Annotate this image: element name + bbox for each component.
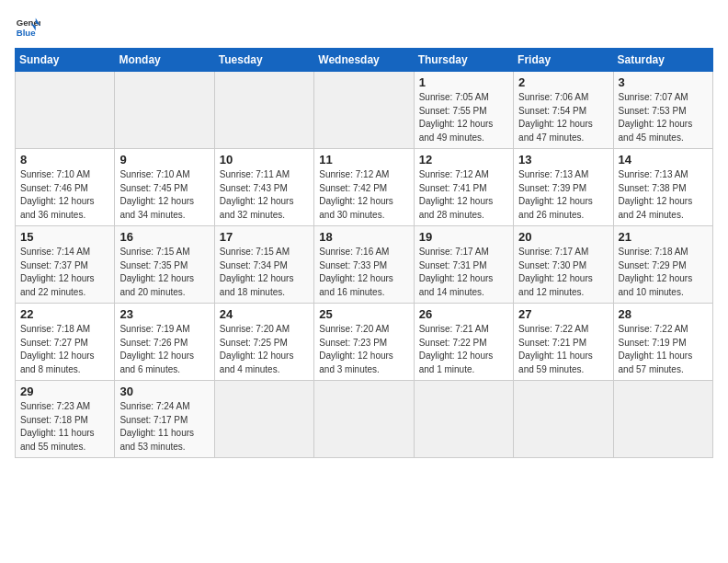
calendar-day-cell — [314, 72, 414, 149]
calendar-week-row: 29Sunrise: 7:23 AMSunset: 7:18 PMDayligh… — [16, 381, 713, 458]
day-header-friday: Friday — [514, 49, 613, 72]
day-info: Sunrise: 7:20 AMSunset: 7:25 PMDaylight:… — [220, 323, 309, 376]
calendar-day-cell: 23Sunrise: 7:19 AMSunset: 7:26 PMDayligh… — [115, 304, 214, 381]
day-info: Sunrise: 7:12 AMSunset: 7:41 PMDaylight:… — [419, 168, 508, 222]
calendar-day-cell — [214, 381, 313, 458]
day-number: 19 — [419, 230, 508, 244]
day-info: Sunrise: 7:21 AMSunset: 7:22 PMDaylight:… — [419, 323, 508, 376]
day-number: 25 — [319, 307, 408, 321]
day-info: Sunrise: 7:16 AMSunset: 7:33 PMDaylight:… — [319, 246, 408, 299]
day-number: 2 — [518, 75, 608, 89]
calendar-day-cell: 20Sunrise: 7:17 AMSunset: 7:30 PMDayligh… — [514, 226, 613, 304]
calendar-day-cell: 9Sunrise: 7:10 AMSunset: 7:45 PMDaylight… — [115, 149, 214, 226]
day-number: 16 — [119, 230, 209, 244]
calendar-day-cell — [214, 72, 313, 149]
calendar-day-cell: 15Sunrise: 7:14 AMSunset: 7:37 PMDayligh… — [16, 226, 115, 304]
day-number: 18 — [319, 230, 408, 244]
day-header-saturday: Saturday — [613, 49, 712, 72]
calendar-day-cell: 24Sunrise: 7:20 AMSunset: 7:25 PMDayligh… — [214, 304, 313, 381]
calendar-table: SundayMondayTuesdayWednesdayThursdayFrid… — [15, 48, 713, 458]
svg-text:Blue: Blue — [17, 28, 36, 38]
calendar-day-cell: 27Sunrise: 7:22 AMSunset: 7:21 PMDayligh… — [514, 304, 613, 381]
calendar-week-row: 22Sunrise: 7:18 AMSunset: 7:27 PMDayligh… — [16, 304, 713, 381]
page-header: General Blue — [15, 15, 713, 40]
day-info: Sunrise: 7:17 AMSunset: 7:31 PMDaylight:… — [419, 246, 508, 299]
day-number: 20 — [518, 230, 608, 244]
calendar-day-cell: 14Sunrise: 7:13 AMSunset: 7:38 PMDayligh… — [613, 149, 712, 226]
calendar-week-row: 8Sunrise: 7:10 AMSunset: 7:46 PMDaylight… — [16, 149, 713, 226]
day-number: 11 — [319, 153, 408, 167]
calendar-day-cell: 29Sunrise: 7:23 AMSunset: 7:18 PMDayligh… — [16, 381, 115, 458]
calendar-day-cell: 16Sunrise: 7:15 AMSunset: 7:35 PMDayligh… — [115, 226, 214, 304]
day-number: 10 — [220, 153, 309, 167]
calendar-day-cell: 3Sunrise: 7:07 AMSunset: 7:53 PMDaylight… — [613, 72, 712, 149]
day-info: Sunrise: 7:06 AMSunset: 7:54 PMDaylight:… — [518, 91, 608, 144]
day-header-wednesday: Wednesday — [314, 49, 414, 72]
calendar-day-cell: 30Sunrise: 7:24 AMSunset: 7:17 PMDayligh… — [115, 381, 214, 458]
calendar-day-cell: 18Sunrise: 7:16 AMSunset: 7:33 PMDayligh… — [314, 226, 414, 304]
calendar-day-cell: 12Sunrise: 7:12 AMSunset: 7:41 PMDayligh… — [414, 149, 513, 226]
calendar-day-cell: 17Sunrise: 7:15 AMSunset: 7:34 PMDayligh… — [214, 226, 313, 304]
calendar-day-cell: 25Sunrise: 7:20 AMSunset: 7:23 PMDayligh… — [314, 304, 414, 381]
day-info: Sunrise: 7:15 AMSunset: 7:34 PMDaylight:… — [220, 246, 309, 299]
logo: General Blue — [15, 15, 40, 40]
day-header-monday: Monday — [115, 49, 214, 72]
calendar-day-cell: 22Sunrise: 7:18 AMSunset: 7:27 PMDayligh… — [16, 304, 115, 381]
calendar-day-cell — [115, 72, 214, 149]
day-number: 24 — [220, 307, 309, 321]
day-header-thursday: Thursday — [414, 49, 513, 72]
day-number: 9 — [119, 153, 209, 167]
day-info: Sunrise: 7:22 AMSunset: 7:19 PMDaylight:… — [619, 323, 708, 376]
day-number: 14 — [619, 153, 708, 167]
day-number: 13 — [518, 153, 608, 167]
day-info: Sunrise: 7:14 AMSunset: 7:37 PMDaylight:… — [20, 246, 109, 299]
day-number: 29 — [20, 385, 109, 398]
calendar-week-row: 1Sunrise: 7:05 AMSunset: 7:55 PMDaylight… — [16, 72, 713, 149]
calendar-day-cell: 21Sunrise: 7:18 AMSunset: 7:29 PMDayligh… — [613, 226, 712, 304]
calendar-week-row: 15Sunrise: 7:14 AMSunset: 7:37 PMDayligh… — [16, 226, 713, 304]
day-info: Sunrise: 7:10 AMSunset: 7:46 PMDaylight:… — [20, 168, 109, 222]
calendar-day-cell: 1Sunrise: 7:05 AMSunset: 7:55 PMDaylight… — [414, 72, 513, 149]
day-number: 28 — [619, 307, 708, 321]
calendar-day-cell: 13Sunrise: 7:13 AMSunset: 7:39 PMDayligh… — [514, 149, 613, 226]
day-info: Sunrise: 7:18 AMSunset: 7:29 PMDaylight:… — [619, 246, 708, 299]
day-info: Sunrise: 7:11 AMSunset: 7:43 PMDaylight:… — [220, 168, 309, 222]
calendar-day-cell — [514, 381, 613, 458]
day-info: Sunrise: 7:20 AMSunset: 7:23 PMDaylight:… — [319, 323, 408, 376]
day-header-sunday: Sunday — [16, 49, 115, 72]
calendar-day-cell: 11Sunrise: 7:12 AMSunset: 7:42 PMDayligh… — [314, 149, 414, 226]
day-number: 1 — [419, 75, 508, 89]
day-info: Sunrise: 7:24 AMSunset: 7:17 PMDaylight:… — [119, 400, 209, 454]
day-info: Sunrise: 7:05 AMSunset: 7:55 PMDaylight:… — [419, 91, 508, 144]
day-number: 3 — [619, 75, 708, 89]
day-number: 26 — [419, 307, 508, 321]
logo-icon: General Blue — [15, 15, 40, 40]
day-number: 22 — [20, 307, 109, 321]
day-number: 12 — [419, 153, 508, 167]
calendar-day-cell: 26Sunrise: 7:21 AMSunset: 7:22 PMDayligh… — [414, 304, 513, 381]
day-number: 23 — [119, 307, 209, 321]
calendar-day-cell: 10Sunrise: 7:11 AMSunset: 7:43 PMDayligh… — [214, 149, 313, 226]
day-info: Sunrise: 7:19 AMSunset: 7:26 PMDaylight:… — [119, 323, 209, 376]
calendar-day-cell — [314, 381, 414, 458]
day-info: Sunrise: 7:13 AMSunset: 7:38 PMDaylight:… — [619, 168, 708, 222]
day-number: 15 — [20, 230, 109, 244]
calendar-day-cell: 19Sunrise: 7:17 AMSunset: 7:31 PMDayligh… — [414, 226, 513, 304]
calendar-day-cell: 8Sunrise: 7:10 AMSunset: 7:46 PMDaylight… — [16, 149, 115, 226]
day-info: Sunrise: 7:22 AMSunset: 7:21 PMDaylight:… — [518, 323, 608, 376]
day-info: Sunrise: 7:15 AMSunset: 7:35 PMDaylight:… — [119, 246, 209, 299]
day-info: Sunrise: 7:18 AMSunset: 7:27 PMDaylight:… — [20, 323, 109, 376]
day-info: Sunrise: 7:07 AMSunset: 7:53 PMDaylight:… — [619, 91, 708, 144]
day-info: Sunrise: 7:10 AMSunset: 7:45 PMDaylight:… — [119, 168, 209, 222]
day-info: Sunrise: 7:13 AMSunset: 7:39 PMDaylight:… — [518, 168, 608, 222]
day-info: Sunrise: 7:23 AMSunset: 7:18 PMDaylight:… — [20, 400, 109, 454]
day-number: 30 — [119, 385, 209, 398]
calendar-day-cell — [414, 381, 513, 458]
day-number: 17 — [220, 230, 309, 244]
day-number: 21 — [619, 230, 708, 244]
calendar-day-cell — [613, 381, 712, 458]
day-header-tuesday: Tuesday — [214, 49, 313, 72]
calendar-day-cell: 2Sunrise: 7:06 AMSunset: 7:54 PMDaylight… — [514, 72, 613, 149]
calendar-day-cell — [16, 72, 115, 149]
day-number: 27 — [518, 307, 608, 321]
